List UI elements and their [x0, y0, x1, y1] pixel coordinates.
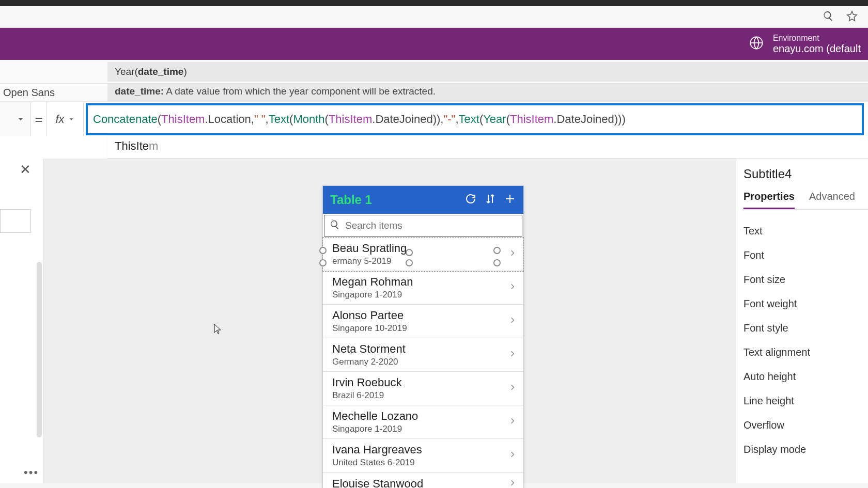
list-item[interactable]: Megan RohmanSingapore 1-2019 — [323, 271, 523, 305]
tree-view-panel: ✕ ••• — [0, 159, 43, 483]
item-subtitle: Brazil 6-2019 — [332, 390, 509, 401]
browser-tab-strip — [0, 0, 868, 6]
formula-input[interactable]: Concatenate(ThisItem.Location, " ", Text… — [86, 103, 864, 135]
item-subtitle: Singapore 1-2019 — [332, 290, 509, 300]
chevron-right-icon[interactable] — [509, 415, 516, 429]
tab-advanced[interactable]: Advanced — [809, 191, 855, 209]
chevron-right-icon[interactable] — [509, 247, 516, 261]
property-selector[interactable] — [0, 102, 31, 136]
gallery-title: Table 1 — [330, 193, 457, 207]
gallery-search[interactable] — [324, 215, 522, 237]
cursor-icon — [214, 324, 221, 334]
equals-label: = — [31, 102, 47, 136]
font-selector[interactable]: Open Sans — [0, 84, 107, 101]
canvas[interactable]: Table 1 Beau Spratlingermany 5-2019Megan… — [43, 159, 736, 483]
scrollbar[interactable] — [37, 262, 42, 437]
chevron-right-icon[interactable] — [509, 348, 516, 362]
item-subtitle: ermany 5-2019 — [332, 256, 509, 266]
property-row[interactable]: Overflow — [743, 413, 868, 437]
property-row[interactable]: Display mode — [743, 437, 868, 462]
item-title: Beau Spratling — [332, 242, 509, 255]
item-subtitle: Germany 2-2020 — [332, 357, 509, 367]
property-row[interactable]: Font — [743, 243, 868, 267]
item-title: Irvin Roebuck — [332, 376, 509, 389]
search-icon — [330, 219, 340, 232]
gallery-control[interactable]: Table 1 Beau Spratlingermany 5-2019Megan… — [322, 185, 524, 488]
param-help: date_time: A date value from which the y… — [107, 84, 443, 102]
list-item[interactable]: Irvin RoebuckBrazil 6-2019 — [323, 372, 523, 405]
function-signature: Year(date_time) — [107, 62, 868, 82]
tab-properties[interactable]: Properties — [743, 191, 795, 209]
item-title: Megan Rohman — [332, 275, 509, 289]
list-item[interactable]: Elouise Stanwood — [323, 473, 523, 488]
refresh-icon[interactable] — [464, 193, 477, 207]
item-subtitle: Singapore 10-2019 — [332, 323, 509, 334]
environment-value[interactable]: enayu.com (default — [773, 43, 861, 55]
property-row[interactable]: Text — [743, 219, 868, 243]
search-input[interactable] — [345, 220, 517, 231]
selected-control-name: Subtitle4 — [743, 167, 868, 181]
browser-toolbar — [0, 6, 868, 28]
intellisense-suggestion[interactable]: ThisItem — [107, 136, 868, 159]
ribbon-row: Year(date_time) — [0, 60, 868, 84]
item-title: Mechelle Lozano — [332, 410, 509, 423]
star-icon[interactable] — [846, 10, 858, 24]
more-icon[interactable]: ••• — [24, 466, 39, 479]
environment-label: Environment — [773, 34, 861, 43]
item-subtitle: Singapore 1-2019 — [332, 424, 509, 434]
item-title: Alonso Partee — [332, 309, 509, 322]
sort-icon[interactable] — [484, 193, 497, 207]
property-row[interactable]: Line height — [743, 389, 868, 413]
property-row[interactable]: Text alignment — [743, 340, 868, 365]
chevron-right-icon[interactable] — [509, 381, 516, 396]
chevron-right-icon[interactable] — [509, 477, 516, 488]
list-item[interactable]: Ivana HargreavesUnited States 6-2019 — [323, 439, 523, 473]
gallery-header: Table 1 — [323, 186, 523, 214]
property-tabs: Properties Advanced — [743, 191, 868, 210]
environment-icon — [749, 36, 764, 52]
fx-button[interactable]: fx — [47, 102, 84, 136]
property-row[interactable]: Auto height — [743, 365, 868, 389]
tree-search-input[interactable] — [0, 209, 31, 233]
list-item[interactable]: Alonso ParteeSingapore 10-2019 — [323, 305, 523, 338]
add-icon[interactable] — [504, 193, 516, 207]
property-row[interactable]: Font style — [743, 316, 868, 340]
close-icon[interactable]: ✕ — [20, 162, 31, 178]
formula-bar-row: = fx Concatenate(ThisItem.Location, " ",… — [0, 102, 868, 136]
item-title: Neta Storment — [332, 342, 509, 356]
chevron-right-icon[interactable] — [509, 448, 516, 463]
search-icon[interactable] — [823, 10, 834, 24]
app-header: Environment enayu.com (default — [0, 28, 868, 60]
list-item[interactable]: Mechelle LozanoSingapore 1-2019 — [323, 405, 523, 439]
list-item[interactable]: Beau Spratlingermany 5-2019 — [323, 238, 523, 271]
item-title: Ivana Hargreaves — [332, 443, 509, 456]
properties-panel: Subtitle4 Properties Advanced TextFontFo… — [736, 159, 868, 483]
chevron-right-icon[interactable] — [509, 280, 516, 295]
property-row[interactable]: Font size — [743, 267, 868, 292]
property-row[interactable]: Font weight — [743, 292, 868, 316]
list-item[interactable]: Neta StormentGermany 2-2020 — [323, 338, 523, 372]
item-title: Elouise Stanwood — [332, 477, 509, 488]
item-subtitle: United States 6-2019 — [332, 458, 509, 468]
chevron-right-icon[interactable] — [509, 314, 516, 328]
